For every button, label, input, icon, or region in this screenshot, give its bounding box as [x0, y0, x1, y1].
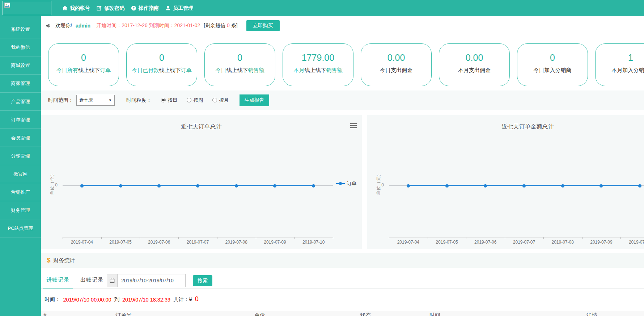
summary-to: 到: [114, 296, 120, 303]
radio-by-day[interactable]: 按日: [161, 97, 177, 104]
date-range-group: [107, 274, 186, 287]
sidebar-item-product[interactable]: 产品管理: [0, 93, 41, 111]
order-amount-chart-panel: 近七天订单金额总计 单位（元） 0 2019-07-042019-07-0520…: [367, 115, 644, 249]
x-axis-label: 2019-07-09: [582, 240, 621, 245]
column-header-order-no: 订单号: [115, 312, 132, 316]
sidebar-item-pc-site[interactable]: PC站点管理: [0, 219, 41, 237]
stat-card-today-paid-orders: 0 今日已付款线上线下订单: [126, 43, 197, 86]
tab-income-records[interactable]: 进账记录: [43, 271, 73, 288]
nav-guide[interactable]: ? 操作指南: [131, 5, 159, 12]
welcome-greeting: 欢迎你!: [55, 22, 72, 29]
data-point: [235, 184, 238, 188]
stat-value: 0.00: [439, 52, 509, 63]
x-axis-tick: [256, 237, 256, 239]
data-point: [484, 184, 487, 188]
x-axis-tick: [389, 237, 389, 239]
sidebar-item-microsite[interactable]: 微官网: [0, 165, 41, 183]
stat-value: 0.00: [361, 52, 431, 63]
x-axis-label: 2019-07-06: [140, 240, 178, 245]
nav-label: 修改密码: [104, 5, 124, 12]
dashboard-page: 我的帐号 修改密码 ? 操作指南 员工管理 系统设置 我的微信 商城设置 商家管…: [0, 0, 644, 316]
stat-label: 今日已付款线上线下订单: [127, 67, 197, 74]
records-table-header: # 订单号 单价 状态 时间 详情: [41, 311, 644, 316]
stat-label: 今日支出佣金: [361, 67, 431, 74]
x-axis-label: 2019-07-05: [101, 240, 140, 245]
stat-card-today-orders: 0 今日所有线上线下订单: [48, 43, 119, 86]
x-axis-tick: [428, 237, 428, 239]
sidebar-item-finance[interactable]: 财务管理: [0, 201, 41, 219]
buy-now-button[interactable]: 立即购买: [246, 20, 280, 31]
sidebar-item-mall[interactable]: 商城设置: [0, 56, 41, 75]
sidebar-item-wechat[interactable]: 我的微信: [0, 38, 41, 56]
dollar-icon: $: [47, 256, 51, 264]
data-point: [273, 184, 276, 188]
x-axis-label: 2019-07-04: [63, 240, 101, 245]
stat-cards-row: 0 今日所有线上线下订单 0 今日已付款线上线下订单 0 今日线上线下销售额 1…: [48, 43, 644, 87]
nav-change-password[interactable]: 修改密码: [97, 5, 124, 12]
data-point: [312, 184, 315, 188]
data-point: [196, 184, 199, 188]
sidebar-item-marketing[interactable]: 营销推广: [0, 183, 41, 201]
select-arrow-icon: ▼: [109, 98, 112, 102]
y-axis-tick: 0: [378, 182, 384, 188]
staff-icon: [165, 5, 171, 11]
x-axis-label: 2019-07-09: [256, 240, 295, 245]
time-range-select[interactable]: 近七天 ▼: [76, 95, 115, 106]
generate-report-button[interactable]: 生成报告: [240, 94, 269, 106]
stat-card-month-sales: 1779.00 本月线上线下销售额: [283, 43, 353, 86]
sidebar-item-distribution[interactable]: 分销管理: [0, 147, 41, 165]
x-axis-tick: [101, 237, 102, 239]
stat-card-month-commission: 0.00 本月支出佣金: [439, 43, 510, 86]
stat-value: 1: [596, 52, 644, 63]
sidebar-item-system[interactable]: 系统设置: [0, 20, 41, 38]
chart-toolbox-icon[interactable]: [350, 123, 357, 129]
x-axis-tick: [217, 237, 217, 239]
sidebar-item-member[interactable]: 会员管理: [0, 129, 41, 147]
x-axis-line: [63, 237, 333, 237]
radio-icon: [212, 98, 217, 102]
summary-total-label: 共计：¥: [173, 296, 192, 303]
sidebar-item-merchant[interactable]: 商家管理: [0, 75, 41, 93]
data-point: [119, 184, 122, 188]
search-button[interactable]: 搜索: [193, 275, 212, 286]
finance-section-header: $ 财务统计: [41, 253, 644, 268]
calendar-icon: [110, 278, 115, 283]
calendar-addon[interactable]: [107, 274, 118, 287]
stat-label: 本月线上线下销售额: [283, 67, 353, 74]
column-header-index: #: [43, 312, 46, 316]
column-header-time: 时间: [429, 312, 440, 316]
nav-my-account[interactable]: 我的帐号: [62, 5, 90, 12]
data-point: [80, 184, 84, 188]
stat-label: 本月支出佣金: [439, 67, 509, 74]
stat-value: 0: [205, 52, 275, 63]
x-axis-label: 2019-07-04: [389, 240, 428, 245]
x-axis-label: 2019-07-06: [466, 240, 505, 245]
account-period: 开通时间：2017-12-26 到期时间：2021-01-02: [96, 22, 200, 29]
summary-start-time: 2019/07/10 00:00:00: [63, 297, 111, 303]
stat-value: 0: [48, 52, 119, 63]
tab-outgoing-records[interactable]: 出账记录: [77, 271, 107, 288]
nav-staff[interactable]: 员工管理: [165, 5, 193, 12]
radio-by-week[interactable]: 按周: [187, 97, 203, 104]
chart-title: 近七天订单金额总计: [367, 123, 644, 131]
stat-label: 今日所有线上线下订单: [48, 67, 119, 74]
help-icon: ?: [131, 5, 136, 11]
data-point: [157, 184, 161, 188]
broken-image-icon: [4, 3, 10, 8]
sms-count: 0: [227, 22, 230, 28]
radio-icon: [187, 98, 191, 102]
x-axis-tick: [466, 237, 466, 239]
x-axis-label: 2019-07-05: [428, 240, 466, 245]
column-header-price: 单价: [254, 312, 265, 316]
sidebar-item-order[interactable]: 订单管理: [0, 111, 41, 129]
report-filter-bar: 时间范围： 近七天 ▼ 时间粒度： 按日 按周 按月 生成报告: [41, 90, 644, 110]
radio-icon: [161, 98, 166, 102]
date-range-input[interactable]: [118, 274, 186, 287]
x-axis-tick: [178, 237, 179, 239]
chart-legend[interactable]: 订单: [336, 180, 356, 187]
stat-value: 0: [517, 52, 588, 63]
data-point: [522, 184, 526, 188]
welcome-bar: 欢迎你! admin 开通时间：2017-12-26 到期时间：2021-01-…: [41, 16, 644, 35]
welcome-username: admin: [76, 23, 90, 29]
radio-by-month[interactable]: 按月: [212, 97, 229, 104]
